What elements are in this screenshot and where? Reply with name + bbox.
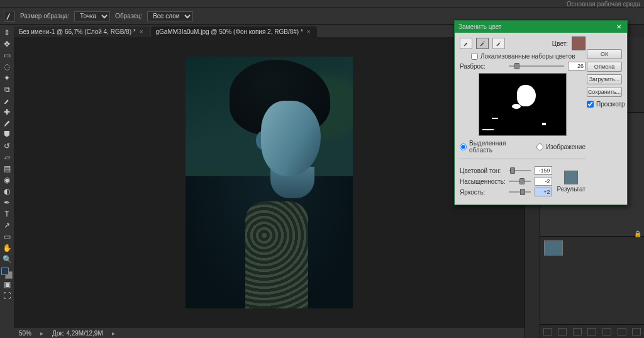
shape-tool-icon[interactable]: ▭	[1, 231, 13, 242]
gradient-tool-icon[interactable]: ▤	[1, 163, 13, 174]
source-color-swatch[interactable]	[572, 37, 586, 50]
move-tool-icon[interactable]: ✥	[1, 38, 13, 50]
arrows-icon[interactable]: ⇕	[1, 27, 13, 38]
crop-tool-icon[interactable]: ⧉	[1, 84, 13, 95]
layers-panel-footer	[540, 324, 644, 338]
sample-layers-label: Образец:	[115, 13, 142, 20]
preview-checkbox-label: Просмотр	[596, 101, 625, 108]
chevron-right-icon[interactable]: ▸	[40, 330, 43, 337]
result-color-swatch[interactable]	[564, 171, 578, 184]
marquee-tool-icon[interactable]: ▭	[1, 50, 13, 61]
mask-icon[interactable]	[573, 328, 582, 335]
document-tab[interactable]: Без имени-1 @ 66,7% (Слой 4, RGB/8) * ×	[14, 26, 150, 37]
group-icon[interactable]	[602, 328, 611, 335]
tab-label: Без имени-1 @ 66,7% (Слой 4, RGB/8) *	[19, 28, 136, 35]
menubar: Основная рабочая среда	[0, 0, 644, 8]
lightness-label: Яркость:	[460, 189, 505, 196]
color-swatches[interactable]	[1, 268, 13, 279]
radio-selection[interactable]: Выделенная область	[460, 140, 526, 154]
radio-image-input[interactable]	[536, 144, 543, 150]
lasso-tool-icon[interactable]: ◌	[1, 61, 13, 72]
fuzziness-field[interactable]	[568, 62, 586, 70]
eraser-tool-icon[interactable]: ▱	[1, 152, 13, 163]
zoom-level[interactable]: 50%	[19, 330, 31, 337]
saturation-label: Насыщенность:	[460, 178, 505, 185]
screenmode-icon[interactable]: ⛶	[1, 290, 13, 301]
close-icon[interactable]: ×	[140, 28, 143, 35]
fuzziness-label: Разброс:	[460, 63, 505, 70]
radio-selection-label: Выделенная область	[469, 140, 526, 154]
eyedropper-tool-icon[interactable]	[1, 95, 13, 106]
close-icon[interactable]: ✕	[614, 23, 623, 31]
pen-tool-icon[interactable]: ✒	[1, 197, 13, 208]
localized-sets-label: Локализованные наборы цветов	[480, 53, 575, 60]
zoom-tool-icon[interactable]: 🔍	[1, 254, 13, 265]
history-brush-tool-icon[interactable]: ↺	[1, 140, 13, 152]
tools-panel: ⇕ ✥ ▭ ◌ ✦ ⧉ ✚ ⛊ ↺ ▱ ▤ ◉ ◐ ✒ T ↗ ▭ ✋ 🔍 ▣ …	[0, 25, 14, 338]
current-tool-icon[interactable]	[4, 11, 15, 22]
sample-size-label: Размер образца:	[20, 13, 69, 20]
dialog-title: Заменить цвет	[458, 23, 501, 30]
status-bar: 50% ▸ Док: 4,29M/12,9M ▸	[14, 328, 525, 338]
canvas[interactable]	[14, 37, 525, 328]
saturation-slider[interactable]	[509, 178, 531, 184]
selection-preview[interactable]	[479, 73, 567, 136]
layers-panel[interactable]	[540, 236, 644, 324]
dialog-titlebar[interactable]: Заменить цвет ✕	[455, 21, 627, 33]
sample-layers-select[interactable]: Все слои	[147, 11, 193, 21]
ok-button[interactable]: ОК	[587, 49, 622, 59]
result-label: Результат	[557, 186, 586, 193]
save-button[interactable]: Сохранить...	[587, 87, 622, 97]
eyedropper-minus-icon[interactable]	[492, 38, 505, 49]
replace-color-dialog: Заменить цвет ✕ Цвет: Локализованные наб…	[454, 20, 628, 205]
link-layers-icon[interactable]	[543, 328, 552, 335]
lightness-slider[interactable]	[509, 189, 531, 195]
preview-checkbox[interactable]	[587, 101, 594, 108]
new-layer-icon[interactable]	[618, 328, 626, 335]
chevron-right-icon[interactable]: ▸	[112, 330, 115, 337]
radio-selection-input[interactable]	[460, 144, 467, 150]
radio-image[interactable]: Изображение	[536, 140, 586, 154]
layer-thumbnail[interactable]	[544, 240, 563, 256]
hue-slider[interactable]	[509, 167, 531, 174]
eyedropper-plus-icon[interactable]	[476, 38, 489, 49]
fx-icon[interactable]	[558, 328, 567, 335]
sample-size-select[interactable]: Точка	[74, 11, 110, 21]
adjustment-icon[interactable]	[587, 328, 596, 335]
divider	[460, 159, 586, 159]
foreground-color-swatch[interactable]	[1, 268, 9, 275]
preview-checkbox-row[interactable]: Просмотр	[587, 101, 622, 108]
source-color-label: Цвет:	[552, 40, 568, 47]
hue-field[interactable]	[535, 166, 552, 175]
lightness-field[interactable]	[535, 188, 552, 196]
wand-tool-icon[interactable]: ✦	[1, 72, 13, 84]
stamp-tool-icon[interactable]: ⛊	[1, 129, 13, 140]
eyedropper-icon[interactable]	[460, 38, 472, 49]
quickmask-icon[interactable]: ▣	[1, 279, 13, 290]
trash-icon[interactable]	[632, 328, 641, 335]
heal-tool-icon[interactable]: ✚	[1, 106, 13, 118]
lock-icon: 🔒	[634, 230, 641, 237]
doc-size: Док: 4,29M/12,9M	[52, 330, 103, 337]
document-image	[186, 57, 353, 308]
dodge-tool-icon[interactable]: ◐	[1, 186, 13, 197]
hand-tool-icon[interactable]: ✋	[1, 242, 13, 254]
path-tool-icon[interactable]: ↗	[1, 220, 13, 231]
radio-image-label: Изображение	[546, 144, 586, 150]
saturation-field[interactable]	[535, 177, 552, 186]
fuzziness-slider[interactable]	[509, 63, 564, 69]
tab-label: gGaMM3Ia0uM.jpg @ 50% (Фон копия 2, RGB/…	[156, 28, 303, 35]
brush-tool-icon[interactable]	[1, 118, 13, 129]
close-icon[interactable]: ×	[307, 28, 311, 35]
load-button[interactable]: Загрузить...	[587, 74, 622, 84]
localized-sets-checkbox[interactable]	[471, 53, 478, 60]
hue-label: Цветовой тон:	[460, 167, 505, 174]
cancel-button[interactable]: Отмена	[587, 62, 622, 72]
workspace-switcher[interactable]: Основная рабочая среда	[567, 1, 640, 8]
type-tool-icon[interactable]: T	[1, 208, 13, 220]
blur-tool-icon[interactable]: ◉	[1, 174, 13, 186]
document-tab[interactable]: gGaMM3Ia0uM.jpg @ 50% (Фон копия 2, RGB/…	[151, 26, 317, 37]
dialog-buttons: ОК Отмена Загрузить... Сохранить... Прос…	[587, 49, 622, 108]
